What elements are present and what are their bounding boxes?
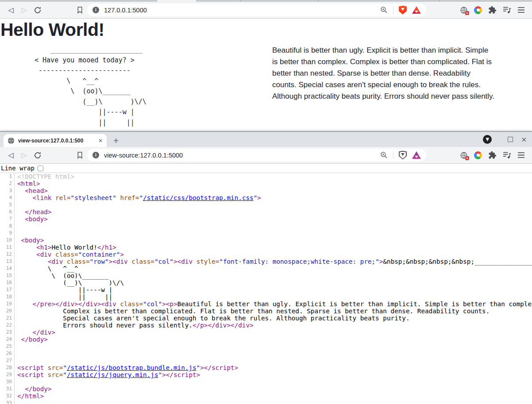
line-number: 12 <box>0 251 15 258</box>
site-info-icon[interactable]: i <box>93 152 99 158</box>
source-token: rel= <box>51 194 70 201</box>
line-number: 16 <box>0 279 15 286</box>
source-token: <div <box>36 251 51 258</box>
line-number: 8 <box>0 223 15 230</box>
back-button[interactable]: ◁ <box>4 149 18 162</box>
line-code: <div class="container"> <box>17 251 124 258</box>
line-number: 4 <box>0 194 15 201</box>
line-code: \ (oo)\_______ <box>17 272 109 279</box>
source-token: ><p> <box>162 300 177 308</box>
extension-pinwheel-icon[interactable] <box>474 6 482 14</box>
source-line: 19 </pre></div></div><div class="col"><p… <box>0 300 532 308</box>
new-tab-button[interactable]: + <box>113 136 119 145</box>
toolbar-win2: ◁ ▷ i view-source:127.0.0.1:5000 <box>0 147 532 164</box>
bookmark-button[interactable] <box>76 6 84 14</box>
tab-strip: view-source:127.0.0.1:500 ✕ + ▼ ✕ <box>0 131 532 147</box>
forward-button[interactable]: ▷ <box>18 4 31 17</box>
back-icon: ◁ <box>8 6 14 14</box>
line-wrap-checkbox[interactable] <box>38 165 43 171</box>
source-link[interactable]: /static/js/jquery.min.js <box>67 371 158 378</box>
brave-rewards-icon[interactable] <box>412 151 421 159</box>
forward-button[interactable]: ▷ <box>18 149 31 162</box>
line-code: ||----w | <box>17 286 112 293</box>
tab-close-icon[interactable]: ✕ <box>98 138 103 144</box>
source-line: 10 <body> <box>0 237 532 244</box>
url-text: 127.0.0.1:5000 <box>104 7 147 14</box>
back-icon: ◁ <box>8 151 14 159</box>
line-wrap-bar: Line wrap <box>0 164 532 173</box>
source-line: 33 <box>0 400 532 404</box>
source-token: Complex is better than complicated. Flat… <box>17 308 490 315</box>
source-line: 5 <box>0 201 532 208</box>
url-bar[interactable]: i 127.0.0.1:5000 <box>87 4 426 16</box>
source-token: <!DOCTYPE html> <box>17 173 74 180</box>
extension-pinwheel-icon[interactable] <box>474 151 482 159</box>
source-token: &nbsp;&nbsp;&nbsp;&nbsp;________________… <box>383 258 532 265</box>
screen: ◁ ▷ i 127.0.0.1:5000 <box>0 0 532 404</box>
menu-icon[interactable] <box>517 152 525 158</box>
back-button[interactable]: ◁ <box>4 4 18 17</box>
tab-view-source[interactable]: view-source:127.0.0.1:500 ✕ <box>4 134 107 147</box>
line-number: 9 <box>0 230 15 237</box>
url-bar[interactable]: i view-source:127.0.0.1:5000 <box>87 149 426 162</box>
source-token <box>17 300 32 308</box>
cowsay-ascii-art: _______________________ < Have you mooed… <box>35 45 146 128</box>
source-link[interactable]: /static/js/bootstrap.bundle.min.js <box>67 364 197 371</box>
source-token <box>17 244 36 251</box>
source-link[interactable]: /static/css/bootstrap.min.css <box>143 194 254 201</box>
playlist-icon[interactable] <box>503 151 511 159</box>
extensions-puzzle-icon[interactable] <box>488 151 497 159</box>
line-number: 15 <box>0 272 15 279</box>
extension-globe-button[interactable]: × <box>460 151 468 159</box>
line-number: 13 <box>0 258 15 265</box>
source-token: " <box>63 371 67 378</box>
forward-icon: ▷ <box>22 6 27 14</box>
source-token <box>17 385 25 392</box>
source-token: " <box>158 371 162 378</box>
tab-search-button[interactable]: ▼ <box>483 135 492 144</box>
window-close-button[interactable]: ✕ <box>521 136 527 143</box>
line-number: 2 <box>0 180 15 187</box>
extensions-puzzle-icon[interactable] <box>488 6 497 14</box>
line-code: Errors should never pass silently.</p></… <box>17 322 254 329</box>
line-code: <script src="/static/js/bootstrap.bundle… <box>17 364 238 371</box>
brave-shield-icon[interactable] <box>399 151 407 160</box>
line-code: </head> <box>17 208 51 215</box>
source-token: </pre></div></div><div <box>32 300 116 308</box>
zoom-icon[interactable] <box>380 151 388 159</box>
maximize-button[interactable] <box>508 137 513 142</box>
line-code: <body> <box>17 215 48 223</box>
line-number: 5 <box>0 201 15 208</box>
page-title: Hello World! <box>0 19 104 40</box>
source-token: "container" <box>78 251 120 258</box>
source-token: ><div <box>109 258 128 265</box>
menu-icon[interactable] <box>517 7 525 13</box>
source-token: "col" <box>143 300 162 308</box>
source-token: " <box>139 194 143 201</box>
source-token: (__)\ )\/\ <box>17 279 124 286</box>
line-code: <h1>Hello World!</h1> <box>17 244 116 251</box>
line-code: \ ^__^ <box>17 265 78 272</box>
rendered-page: Hello World! _______________________ < H… <box>0 19 532 131</box>
bookmark-button[interactable] <box>76 151 84 159</box>
site-info-icon[interactable]: i <box>93 7 99 13</box>
brave-shield-icon[interactable] <box>399 6 407 15</box>
source-token: <body> <box>25 215 48 223</box>
line-code: </html> <box>17 392 44 400</box>
brave-rewards-icon[interactable] <box>412 6 421 14</box>
line-number: 3 <box>0 187 15 194</box>
source-token <box>17 194 32 201</box>
source-line: 9 <box>0 230 532 237</box>
source-line: 32</html> <box>0 392 532 400</box>
source-token: ><div <box>173 258 193 265</box>
source-line: 31 </body> <box>0 385 532 392</box>
source-token <box>17 251 36 258</box>
source-token: > <box>120 251 124 258</box>
extension-globe-button[interactable]: × <box>460 6 468 14</box>
reload-button[interactable] <box>31 4 44 17</box>
zoom-icon[interactable] <box>380 6 388 14</box>
url-text: view-source:127.0.0.1:5000 <box>104 152 183 159</box>
source-token: "stylesheet" <box>71 194 116 201</box>
playlist-icon[interactable] <box>503 6 511 14</box>
reload-button[interactable] <box>31 149 44 162</box>
